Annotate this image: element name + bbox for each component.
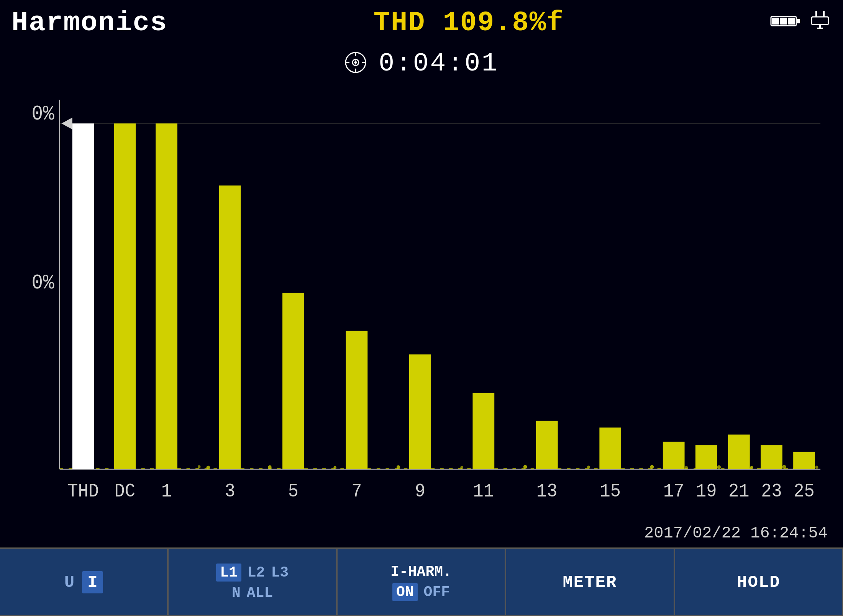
svg-point-66: [717, 465, 721, 469]
svg-text:25: 25: [794, 481, 814, 502]
svg-rect-30: [282, 293, 304, 469]
svg-point-58: [268, 465, 271, 469]
svg-point-61: [460, 466, 463, 469]
svg-text:13: 13: [536, 481, 557, 502]
svg-point-67: [750, 466, 753, 469]
svg-point-56: [207, 465, 210, 469]
thd-value: 109.8%f: [443, 7, 564, 39]
btn-hold-label[interactable]: HOLD: [737, 573, 781, 592]
svg-rect-40: [793, 452, 815, 469]
target-icon: [344, 51, 367, 76]
btn-iharm-label: I-HARM.: [390, 564, 452, 580]
svg-text:1: 1: [161, 481, 172, 502]
svg-text:17: 17: [663, 481, 684, 502]
date-display: 2017/02/22 16:24:54: [0, 520, 843, 547]
svg-text:7: 7: [351, 481, 362, 502]
btn-meter[interactable]: METER: [505, 548, 674, 616]
page-title: Harmonics: [11, 7, 167, 39]
svg-text:50%: 50%: [31, 271, 54, 294]
thd-value-display: THD 109.8%f: [374, 7, 564, 39]
btn-l1-label[interactable]: L1: [216, 564, 241, 582]
svg-text:DC: DC: [115, 481, 135, 502]
svg-text:3: 3: [225, 481, 235, 502]
svg-text:11: 11: [473, 481, 494, 502]
svg-point-65: [685, 466, 688, 469]
svg-point-59: [333, 466, 336, 469]
svg-text:21: 21: [728, 481, 749, 502]
svg-text:5: 5: [288, 481, 298, 502]
btn-iharm[interactable]: I-HARM. ON OFF: [337, 548, 505, 616]
battery-icon: [770, 11, 801, 35]
btn-off-label[interactable]: OFF: [424, 584, 450, 600]
svg-rect-33: [472, 393, 494, 469]
svg-rect-28: [156, 123, 177, 469]
svg-text:100%: 100%: [31, 102, 54, 125]
svg-point-68: [782, 465, 786, 469]
svg-rect-38: [728, 434, 750, 469]
svg-rect-7: [812, 17, 828, 25]
svg-point-63: [587, 465, 590, 469]
svg-rect-36: [663, 442, 685, 469]
svg-rect-32: [409, 354, 431, 469]
btn-n-label[interactable]: N: [232, 585, 241, 601]
svg-marker-17: [354, 62, 357, 65]
svg-point-60: [397, 465, 400, 469]
svg-rect-4: [797, 19, 800, 23]
btn-on-label[interactable]: ON: [392, 583, 418, 601]
svg-rect-1: [772, 18, 779, 25]
svg-rect-39: [761, 445, 782, 469]
btn-all-label[interactable]: ALL: [247, 585, 273, 601]
btn-l3-label[interactable]: L3: [271, 564, 289, 581]
thd-label: THD: [374, 7, 426, 39]
plug-icon: [809, 9, 832, 37]
svg-point-64: [650, 465, 654, 469]
svg-text:19: 19: [696, 481, 717, 502]
svg-text:15: 15: [600, 481, 620, 502]
svg-rect-35: [599, 428, 621, 469]
svg-rect-27: [114, 123, 136, 469]
svg-text:9: 9: [415, 481, 425, 502]
btn-l2-label[interactable]: L2: [248, 564, 265, 581]
svg-point-62: [523, 465, 527, 469]
harmonics-chart: 100% 50%: [31, 88, 828, 520]
svg-rect-2: [780, 18, 787, 25]
svg-text:23: 23: [761, 481, 782, 502]
btn-hold[interactable]: HOLD: [674, 548, 843, 616]
btn-meter-label[interactable]: METER: [563, 573, 617, 592]
svg-rect-34: [536, 421, 558, 469]
svg-marker-16: [354, 60, 357, 62]
svg-text:THD: THD: [67, 481, 99, 502]
svg-rect-25: [72, 123, 94, 469]
timestamp-display: 0:04:01: [379, 49, 499, 78]
btn-u-label[interactable]: U: [64, 573, 74, 592]
btn-ui[interactable]: U I: [0, 548, 168, 616]
svg-rect-3: [788, 18, 795, 25]
btn-i-label[interactable]: I: [82, 571, 103, 593]
svg-rect-37: [695, 445, 717, 469]
svg-point-69: [815, 465, 818, 469]
btn-lines[interactable]: L1 L2 L3 N ALL: [168, 548, 336, 616]
svg-rect-29: [219, 185, 241, 469]
svg-rect-31: [346, 331, 368, 469]
svg-point-57: [198, 465, 201, 468]
